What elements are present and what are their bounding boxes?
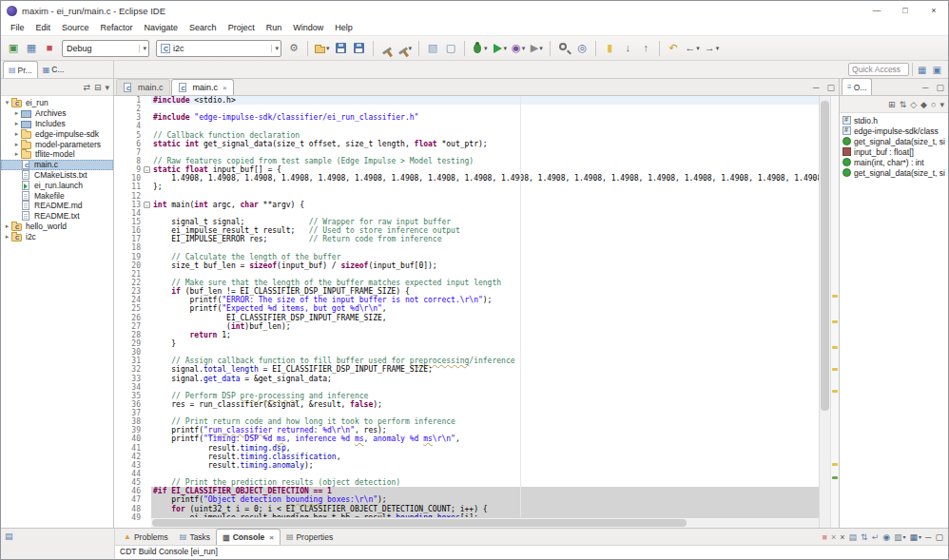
view-menu-icon[interactable]: ▾ [105,83,109,92]
code-line[interactable]: // Callback function declaration [151,131,819,140]
code-line[interactable] [151,270,819,279]
run-icon[interactable]: ▾ [491,39,510,58]
outline-item-stdio-h[interactable]: stdio.h [840,115,948,126]
tree-expanded-icon[interactable]: ▾ [3,99,11,106]
open-element-icon[interactable]: ◎ [573,39,591,58]
collapse-all-icon[interactable]: ⊟ [94,83,102,92]
tree-collapsed-icon[interactable]: ▸ [12,120,21,127]
tab-problems[interactable]: ▲Problems [118,529,174,545]
debug-attach-icon[interactable]: ▦ [23,39,40,58]
view-tab-c[interactable]: ▦C... [38,61,69,78]
build-project-icon[interactable]: ▾ [397,39,415,58]
external-tools-icon[interactable]: ▶▾ [528,39,545,58]
search-icon[interactable] [555,39,572,58]
close-button[interactable]: × [920,1,948,20]
tab-tasks[interactable]: ▤Tasks [174,529,216,545]
new-wizard-icon[interactable]: ▾ [313,39,332,58]
tree-item-readme-txt[interactable]: README.txt [1,211,113,222]
open-console-icon[interactable]: ▦▾ [910,532,922,542]
menu-project[interactable]: Project [223,22,261,33]
code-line[interactable] [151,209,819,218]
outline-item-edge-impulse-sdk-class[interactable]: edge-impulse-sdk/class [840,126,948,136]
annotation-mark[interactable] [832,390,838,393]
vertical-scrollbar-thumb[interactable] [821,101,829,412]
link-with-editor-icon[interactable]: ⇄ [83,83,90,92]
code-line[interactable]: printf("run_classifier returned: %d\r\n"… [151,426,819,434]
menu-search[interactable]: Search [184,22,223,33]
code-line[interactable]: EI_CLASSIFIER_DSP_INPUT_FRAME_SIZE, [151,314,819,322]
menu-navigate[interactable]: Navigate [139,22,184,33]
tree-collapsed-icon[interactable]: ▸ [3,233,11,241]
launch-config-combo[interactable]: i2c▾ [156,40,281,57]
code-line[interactable]: // Print the prediction results (object … [151,478,819,487]
remove-launch-icon[interactable]: × [831,532,836,542]
tree-collapsed-icon[interactable]: ▸ [12,109,21,117]
code-line[interactable]: result.timing.classification, [151,453,819,461]
annotation-mark[interactable] [832,463,838,466]
outline-item-get-signal-data-size-t-si[interactable]: get_signal_data(size_t, si [840,136,948,146]
maximize-button[interactable]: □ [891,1,920,20]
hide-non-public-icon[interactable]: ○ [931,100,936,109]
save-icon[interactable] [333,39,350,58]
code-line[interactable] [151,148,819,157]
annotation-mark[interactable] [832,320,838,323]
menu-file[interactable]: File [5,22,30,33]
menu-window[interactable]: Window [287,22,329,33]
code-line[interactable]: #if EI_CLASSIFIER_OBJECT_DETECTION == 1 [151,487,819,495]
tree-item-tflite-model[interactable]: ▸tflite-model [1,149,113,160]
remove-all-launches-icon[interactable]: × [840,532,844,542]
code-line[interactable]: ei_impulse_result_t result; // Used to s… [151,226,819,235]
project-explorer-tree[interactable]: ▾ei_run▸Archives▸Includes▸edge-impulse-s… [1,96,113,528]
maximize-view-icon[interactable]: ▢ [932,83,948,92]
restore-view-icon[interactable]: ▤ [5,531,13,541]
new-c-file-icon[interactable]: ▢ [442,39,459,58]
sort-icon[interactable]: ⇅ [900,100,907,109]
code-line[interactable]: 1.4908, 1.4908, 1.4908, 1.4908, 1.4908, … [151,174,819,183]
last-edit-location-icon[interactable]: ↶ [665,39,682,58]
debug-icon[interactable]: ▾ [470,39,490,58]
horizontal-scrollbar[interactable] [151,517,819,528]
scroll-lock-icon[interactable]: ⇅ [861,532,868,542]
code-line[interactable]: // Print return code and how long it too… [151,417,819,426]
tree-collapsed-icon[interactable]: ▸ [12,141,21,148]
code-line[interactable]: printf("Expected %d items, but got %d\r\… [151,304,819,313]
tree-item-i2c[interactable]: ▸i2c [1,231,113,241]
code-line[interactable]: } [151,339,819,348]
mark-occurrences-icon[interactable]: ▮ [601,39,618,58]
code-line[interactable]: for (uint32_t i = 0; i < EI_CLASSIFIER_O… [151,505,819,513]
tab-console[interactable]: ▥Console× [216,529,281,545]
code-line[interactable]: // Calculate the length of the buffer [151,253,819,261]
code-editor[interactable]: #include <stdio.h>#include "edge-impulse… [151,96,819,517]
previous-annotation-icon[interactable]: ↑ [637,39,654,58]
tree-item-edge-impulse-sdk[interactable]: ▸edge-impulse-sdk [1,128,113,139]
tree-item-cmakelists-txt[interactable]: CMakeLists.txt [1,170,113,181]
code-line[interactable]: #include <stdio.h> [151,96,819,105]
menu-run[interactable]: Run [261,22,288,33]
code-line[interactable]: (int)buf_len); [151,322,819,331]
annotation-mark[interactable] [832,368,838,371]
back-icon[interactable]: ←▾ [683,39,702,58]
code-line[interactable]: result.timing.anomaly); [151,461,819,470]
close-tab-icon[interactable]: × [223,84,227,92]
outline-list[interactable]: stdio.hedge-impulse-sdk/classget_signal_… [840,113,948,528]
build-all-icon[interactable] [378,39,396,58]
annotation-ruler[interactable] [114,96,123,528]
code-line[interactable] [151,122,819,130]
tree-collapsed-icon[interactable]: ▸ [12,130,21,138]
code-line[interactable] [151,409,819,417]
terminate-icon[interactable]: ■ [41,39,58,58]
code-line[interactable]: printf("ERROR: The size of the input buf… [151,296,819,304]
code-line[interactable] [151,348,819,357]
code-line[interactable] [151,105,819,113]
horizontal-scrollbar-thumb[interactable] [152,519,687,527]
tree-item-main-c[interactable]: main.c [1,160,113,170]
word-wrap-icon[interactable]: ↵ [872,532,880,542]
code-line[interactable]: static float input_buf[] = { [151,165,819,174]
annotation-mark[interactable] [832,295,838,298]
fold-minus-icon[interactable] [144,202,150,208]
fold-minus-icon[interactable] [144,166,150,173]
code-line[interactable]: size_t buf_len = sizeof(input_buf) / siz… [151,261,819,270]
code-line[interactable]: signal.get_data = &get_signal_data; [151,375,819,383]
line-number-ruler[interactable]: 1234567891011121314151617181920212223242… [123,96,151,528]
expand-all-icon[interactable]: ⊞ [888,100,896,109]
